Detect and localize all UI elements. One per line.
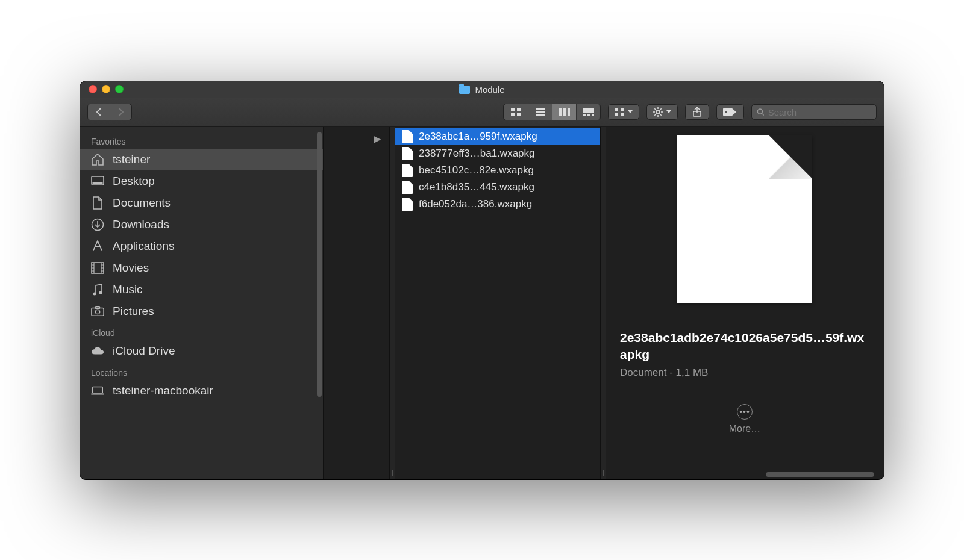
svg-rect-17 bbox=[621, 113, 624, 116]
view-mode-group bbox=[503, 104, 601, 120]
sidebar-item-label: Pictures bbox=[113, 305, 154, 318]
nav-buttons bbox=[87, 104, 132, 120]
svg-rect-48 bbox=[93, 387, 103, 393]
file-name: bec45102c…82e.wxapkg bbox=[419, 164, 534, 176]
svg-rect-5 bbox=[536, 111, 545, 113]
column-resize-handle[interactable]: || bbox=[601, 127, 606, 479]
preview-filename: 2e38abc1adb2e74c1026a5e75d5…59f.wxapkg bbox=[620, 329, 869, 364]
search-icon bbox=[757, 108, 765, 116]
toolbar bbox=[80, 98, 884, 127]
file-name: 238777eff3…ba1.wxapkg bbox=[419, 148, 535, 160]
svg-rect-49 bbox=[91, 393, 104, 394]
forward-button[interactable] bbox=[110, 104, 131, 120]
svg-point-18 bbox=[656, 110, 660, 114]
sidebar-item-label: tsteiner bbox=[113, 153, 150, 166]
preview-thumbnail[interactable] bbox=[677, 135, 812, 303]
sidebar-item-label: Applications bbox=[113, 240, 174, 253]
close-window-button[interactable] bbox=[89, 85, 97, 93]
window-title: Module bbox=[475, 84, 504, 95]
file-name: c4e1b8d35…445.wxapkg bbox=[419, 181, 534, 193]
sidebar-item-label: Documents bbox=[113, 196, 171, 210]
svg-rect-4 bbox=[536, 108, 545, 110]
chevron-down-icon bbox=[628, 110, 633, 114]
minimize-window-button[interactable] bbox=[102, 85, 110, 93]
svg-point-47 bbox=[95, 310, 99, 314]
search-field[interactable] bbox=[751, 104, 877, 120]
sidebar-scrollbar[interactable] bbox=[317, 132, 322, 397]
sidebar-item-downloads[interactable]: Downloads bbox=[80, 214, 323, 235]
svg-rect-7 bbox=[559, 108, 562, 116]
sidebar-header-icloud: iCloud bbox=[80, 322, 323, 340]
maximize-window-button[interactable] bbox=[115, 85, 124, 93]
svg-rect-14 bbox=[615, 108, 618, 111]
desktop-icon bbox=[91, 175, 104, 187]
documents-icon bbox=[91, 197, 104, 209]
file-row[interactable]: 2e38abc1a…959f.wxapkg bbox=[395, 128, 600, 145]
svg-rect-12 bbox=[587, 114, 590, 116]
action-button[interactable] bbox=[646, 104, 678, 120]
svg-line-25 bbox=[654, 114, 656, 116]
preview-pane: 2e38abc1adb2e74c1026a5e75d5…59f.wxapkg D… bbox=[606, 127, 884, 479]
view-icons-button[interactable] bbox=[504, 104, 528, 120]
svg-rect-3 bbox=[517, 113, 521, 116]
svg-rect-13 bbox=[592, 114, 594, 116]
column-resize-handle[interactable]: || bbox=[390, 127, 395, 479]
document-icon bbox=[402, 198, 413, 211]
svg-rect-16 bbox=[615, 113, 618, 116]
svg-point-29 bbox=[757, 109, 762, 114]
file-row[interactable]: f6de052da…386.wxapkg bbox=[395, 196, 600, 213]
share-icon bbox=[693, 107, 701, 117]
pictures-icon bbox=[91, 305, 104, 317]
more-label: More… bbox=[729, 423, 760, 434]
svg-rect-2 bbox=[511, 113, 515, 116]
sidebar-item-desktop[interactable]: Desktop bbox=[80, 170, 323, 192]
svg-rect-8 bbox=[563, 108, 566, 116]
arrange-button[interactable] bbox=[608, 104, 639, 120]
svg-point-43 bbox=[93, 292, 96, 295]
titlebar[interactable]: Module bbox=[80, 81, 884, 98]
sidebar-item-label: Music bbox=[113, 283, 143, 296]
chevron-down-icon bbox=[666, 110, 671, 114]
view-columns-button[interactable] bbox=[552, 104, 576, 120]
search-input[interactable] bbox=[768, 107, 871, 117]
sidebar-item-pictures[interactable]: Pictures bbox=[80, 300, 323, 322]
svg-rect-9 bbox=[568, 108, 570, 116]
ellipsis-icon: ••• bbox=[737, 404, 753, 420]
music-icon bbox=[91, 284, 104, 296]
file-row[interactable]: c4e1b8d35…445.wxapkg bbox=[395, 179, 600, 196]
sidebar-item-label: tsteiner-macbookair bbox=[113, 384, 213, 397]
folder-icon bbox=[459, 86, 470, 94]
cloud-icon bbox=[91, 345, 104, 357]
downloads-icon bbox=[91, 219, 104, 231]
horizontal-scrollbar[interactable] bbox=[766, 472, 874, 477]
svg-line-23 bbox=[654, 108, 656, 110]
sidebar-item-documents[interactable]: Documents bbox=[80, 192, 323, 214]
sidebar-item-icloud-drive[interactable]: iCloud Drive bbox=[80, 340, 323, 362]
gear-icon bbox=[653, 107, 663, 117]
sidebar-header-locations: Locations bbox=[80, 362, 323, 380]
laptop-icon bbox=[91, 385, 104, 397]
svg-line-30 bbox=[762, 114, 764, 116]
more-button[interactable]: ••• More… bbox=[729, 404, 760, 434]
svg-rect-10 bbox=[583, 108, 594, 113]
svg-line-24 bbox=[660, 114, 662, 116]
sidebar-item-applications[interactable]: Applications bbox=[80, 235, 323, 257]
tag-icon bbox=[723, 108, 737, 116]
tags-button[interactable] bbox=[716, 104, 744, 120]
document-icon bbox=[402, 181, 413, 194]
svg-rect-45 bbox=[92, 308, 104, 316]
sidebar-item-music[interactable]: Music bbox=[80, 279, 323, 300]
view-gallery-button[interactable] bbox=[576, 104, 600, 120]
back-button[interactable] bbox=[88, 104, 110, 120]
sidebar: Favorites tsteiner Desktop Documents Dow… bbox=[80, 127, 324, 479]
document-icon bbox=[402, 130, 413, 143]
file-row[interactable]: 238777eff3…ba1.wxapkg bbox=[395, 145, 600, 162]
sidebar-item-home[interactable]: tsteiner bbox=[80, 149, 323, 170]
column-parent[interactable]: ▶ bbox=[324, 127, 390, 479]
view-list-button[interactable] bbox=[528, 104, 552, 120]
sidebar-item-laptop[interactable]: tsteiner-macbookair bbox=[80, 380, 323, 402]
sidebar-item-movies[interactable]: Movies bbox=[80, 257, 323, 279]
svg-rect-15 bbox=[621, 108, 624, 111]
file-row[interactable]: bec45102c…82e.wxapkg bbox=[395, 162, 600, 179]
share-button[interactable] bbox=[685, 104, 709, 120]
